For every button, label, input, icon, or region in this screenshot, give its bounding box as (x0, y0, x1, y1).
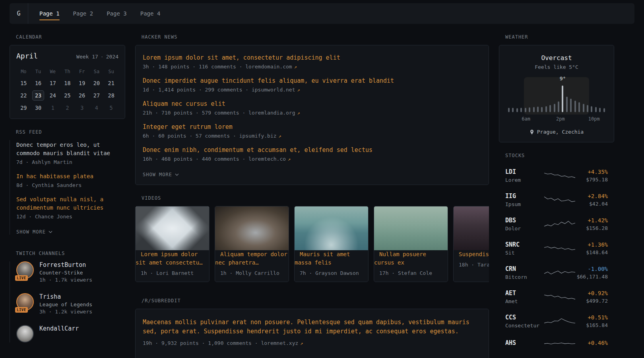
current-temp-label: 9° (560, 76, 566, 82)
weather-bar (574, 101, 576, 112)
calendar-day-header: Su (104, 66, 118, 77)
hn-item-meta-text: 6h · 60 points · 57 comments · (143, 133, 239, 139)
stock-symbol-block: DBS Dolor (505, 217, 544, 232)
stock-price: $156.28 (575, 225, 608, 231)
stock-symbol-block: IIG Ipsum (505, 193, 544, 207)
hn-item-meta-text: 1d · 1,414 points · 299 comments · (143, 87, 252, 93)
stock-ticker: SNRC (505, 241, 544, 248)
hn-item-title-link[interactable]: Donec enim nibh, condimentum et accumsan… (143, 146, 372, 154)
hn-item-title-link[interactable]: Donec imperdiet augue tincidunt felis al… (143, 77, 394, 84)
rss-show-more-button[interactable]: SHOW MORE (16, 229, 52, 235)
hn-item-title-link[interactable]: Integer eget rutrum lorem (143, 123, 233, 130)
app-logo[interactable]: G (10, 3, 28, 24)
hn-item: Donec imperdiet augue tincidunt felis al… (143, 77, 481, 93)
subreddit-widget-title: /R/SUBREDDIT (135, 298, 489, 304)
reddit-post-domain: loremnet.xyz (261, 340, 298, 346)
reddit-post-title-link[interactable]: Maecenas mollis pulvinar erat non posuer… (143, 318, 473, 337)
twitch-channel[interactable]: LIVE ForrestBurton Counter-Strike 1h · 1… (16, 261, 125, 283)
weather-bar (558, 101, 559, 112)
rss-list: Donec tempor eros leo, ut commodo mauris… (10, 140, 125, 235)
stock-symbol-block: SNRC Sit (505, 241, 544, 256)
rss-item-link[interactable]: Sed volutpat nulla nisl, a condimentum n… (16, 195, 125, 212)
stock-row[interactable]: IIG Ipsum +2.84% $42.04 (499, 188, 614, 212)
video-title-link[interactable]: Suspendisse diam (454, 247, 489, 257)
weather-bar (570, 99, 572, 112)
twitch-channel[interactable]: KendallCarr (16, 325, 125, 342)
weather-bar (599, 108, 601, 112)
weather-time-label: 6am (522, 116, 530, 122)
avatar (16, 325, 34, 342)
stock-price: $795.18 (575, 177, 608, 183)
stock-row[interactable]: CRN Bitcorn -1.00% $66,171.48 (499, 261, 614, 285)
calendar-day: 15 (16, 77, 31, 89)
channel-game: Counter-Strike (39, 270, 92, 276)
external-link-icon: ↗ (297, 87, 300, 93)
hn-item-meta: 3h · 148 points · 116 comments · loremdo… (143, 64, 481, 70)
stock-ticker: DBS (505, 217, 544, 224)
hn-item-domain-link[interactable]: loremdomain.com↗ (245, 64, 297, 70)
rss-widget-title: RSS FEED (10, 129, 125, 135)
stock-row[interactable]: AHS +0.46% (499, 333, 614, 354)
hn-item-domain-link[interactable]: loremtech.co↗ (248, 156, 291, 162)
video-card[interactable]: Nullam posuere cursus ex 17h · Stefan Co… (374, 206, 448, 282)
hn-item-domain-link[interactable]: ipsumworld.net↗ (252, 87, 300, 93)
videos-row: Lorem ipsum dolor sit amet consectetu… 1… (135, 206, 489, 282)
rss-item-link[interactable]: Donec tempor eros leo, ut commodo mauris… (16, 141, 125, 158)
video-title-link[interactable]: Lorem ipsum dolor sit amet consectetu… (136, 247, 208, 266)
tab-page-3[interactable]: Page 3 (107, 3, 127, 24)
video-card[interactable]: Lorem ipsum dolor sit amet consectetu… 1… (135, 206, 209, 282)
calendar-week-label: Week 17 (76, 54, 98, 60)
video-title-link[interactable]: Nullam posuere cursus ex (374, 247, 426, 266)
chevron-down-icon (175, 173, 179, 176)
stock-row[interactable]: DBS Dolor +1.42% $156.28 (499, 212, 614, 236)
stock-price-block: +0.46% (575, 340, 608, 348)
hn-item-domain: loremtech.co (248, 156, 286, 162)
stock-change: +0.46% (575, 340, 608, 346)
tab-page-4[interactable]: Page 4 (140, 3, 161, 24)
tab-page-2[interactable]: Page 2 (73, 3, 93, 24)
hn-item-title-link[interactable]: Lorem ipsum dolor sit amet, consectetur … (143, 54, 340, 61)
calendar-day: 30 (31, 101, 46, 114)
calendar-day: 25 (60, 89, 75, 101)
stock-symbol-block: AHS (505, 339, 544, 348)
stock-change: +1.36% (575, 241, 608, 248)
stock-price-block: +0.51% $165.84 (575, 314, 608, 328)
stock-ticker: LDI (505, 168, 544, 175)
calendar-day-header: Mo (16, 66, 31, 77)
twitch-channel[interactable]: LIVE Trisha League of Legends 3h · 1.2k … (16, 293, 125, 315)
stock-ticker: CRN (505, 265, 544, 272)
calendar-day: 17 (45, 77, 60, 89)
weather-bar (545, 106, 547, 112)
calendar-day: 19 (75, 77, 89, 89)
video-title-link[interactable]: Mauris sit amet massa felis (295, 247, 350, 266)
stock-row[interactable]: SNRC Sit +1.36% $148.64 (499, 236, 614, 261)
video-title-link[interactable]: Aliquam tempor dolor nec pharetra… (215, 247, 287, 266)
weather-bar (578, 102, 580, 112)
weather-bar (583, 104, 584, 112)
hn-item-title-link[interactable]: Aliquam nec cursus elit (143, 100, 225, 107)
hn-item-domain-link[interactable]: ipsumify.biz↗ (239, 133, 281, 139)
page-tabs: Page 1 Page 2 Page 3 Page 4 (39, 3, 160, 24)
tab-page-1[interactable]: Page 1 (39, 3, 60, 24)
hn-item-domain-link[interactable]: loremlandia.org↗ (248, 110, 300, 116)
calendar-day: 23 (31, 89, 46, 101)
weather-bar (508, 108, 510, 112)
video-card[interactable]: Aliquam tempor dolor nec pharetra… 1h · … (215, 206, 289, 282)
weather-bar (516, 108, 518, 112)
stock-sparkline (544, 316, 575, 327)
video-card[interactable]: Mauris sit amet massa felis 7h · Grayson… (294, 206, 369, 282)
stock-row[interactable]: AET Amet +0.92% $499.72 (499, 285, 614, 309)
calendar-day: 29 (16, 101, 31, 114)
subreddit-widget: /R/SUBREDDIT Maecenas mollis pulvinar er… (135, 298, 489, 358)
video-card[interactable]: Suspendisse diam 18h · Tara (453, 206, 489, 282)
weather-bar (533, 107, 535, 112)
hn-show-more-button[interactable]: SHOW MORE (143, 172, 179, 177)
channel-info: Trisha League of Legends 3h · 1.2k viewe… (39, 293, 92, 315)
reddit-post-domain-link[interactable]: loremnet.xyz↗ (261, 340, 303, 346)
weather-bars (507, 84, 606, 112)
stock-row[interactable]: CCS Consectetur +0.51% $165.84 (499, 309, 614, 333)
external-link-icon: ↗ (279, 133, 281, 139)
rss-item-link[interactable]: In hac habitasse platea (16, 172, 125, 181)
stock-ticker: AET (505, 290, 544, 297)
stock-row[interactable]: LDI Lorem +4.35% $795.18 (499, 163, 614, 188)
